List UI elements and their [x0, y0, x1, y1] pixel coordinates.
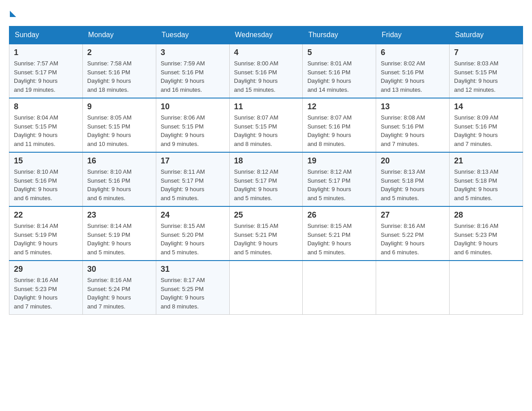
day-info: Sunrise: 8:00 AMSunset: 5:16 PMDaylight:… — [234, 59, 298, 94]
day-number: 3 — [161, 48, 225, 57]
day-number: 18 — [234, 156, 298, 166]
day-info: Sunrise: 8:16 AMSunset: 5:22 PMDaylight:… — [381, 222, 445, 257]
day-number: 11 — [234, 102, 298, 111]
calendar-cell: 24Sunrise: 8:15 AMSunset: 5:20 PMDayligh… — [156, 206, 229, 261]
week-row-2: 8Sunrise: 8:04 AMSunset: 5:15 PMDaylight… — [9, 98, 523, 152]
calendar-cell: 10Sunrise: 8:06 AMSunset: 5:15 PMDayligh… — [156, 98, 229, 152]
header-monday: Monday — [82, 26, 156, 44]
day-info: Sunrise: 8:03 AMSunset: 5:15 PMDaylight:… — [454, 59, 518, 94]
calendar-table: SundayMondayTuesdayWednesdayThursdayFrid… — [9, 26, 523, 315]
day-info: Sunrise: 8:15 AMSunset: 5:21 PMDaylight:… — [234, 222, 298, 257]
day-number: 29 — [14, 265, 78, 274]
day-info: Sunrise: 8:09 AMSunset: 5:16 PMDaylight:… — [454, 113, 518, 148]
day-number: 26 — [307, 210, 371, 220]
day-number: 7 — [454, 48, 518, 57]
day-info: Sunrise: 8:13 AMSunset: 5:18 PMDaylight:… — [381, 167, 445, 202]
calendar-cell: 8Sunrise: 8:04 AMSunset: 5:15 PMDaylight… — [9, 98, 83, 152]
day-number: 23 — [87, 210, 151, 220]
header-wednesday: Wednesday — [229, 26, 303, 44]
day-number: 30 — [87, 265, 151, 274]
day-info: Sunrise: 8:15 AMSunset: 5:20 PMDaylight:… — [161, 222, 225, 257]
day-number: 16 — [87, 156, 151, 166]
day-number: 31 — [161, 265, 225, 274]
day-info: Sunrise: 8:13 AMSunset: 5:18 PMDaylight:… — [454, 167, 518, 202]
logo — [9, 9, 16, 17]
day-info: Sunrise: 8:06 AMSunset: 5:15 PMDaylight:… — [161, 113, 225, 148]
calendar-cell: 29Sunrise: 8:16 AMSunset: 5:23 PMDayligh… — [9, 261, 83, 315]
day-number: 8 — [14, 102, 78, 111]
day-info: Sunrise: 8:15 AMSunset: 5:21 PMDaylight:… — [307, 222, 371, 257]
header-tuesday: Tuesday — [156, 26, 229, 44]
calendar-cell: 26Sunrise: 8:15 AMSunset: 5:21 PMDayligh… — [303, 206, 376, 261]
calendar-cell — [229, 261, 303, 315]
day-number: 17 — [161, 156, 225, 166]
calendar-cell: 6Sunrise: 8:02 AMSunset: 5:16 PMDaylight… — [376, 44, 450, 98]
calendar-cell: 14Sunrise: 8:09 AMSunset: 5:16 PMDayligh… — [450, 98, 523, 152]
day-info: Sunrise: 8:12 AMSunset: 5:17 PMDaylight:… — [307, 167, 371, 202]
day-number: 14 — [454, 102, 518, 111]
calendar-cell: 15Sunrise: 8:10 AMSunset: 5:16 PMDayligh… — [9, 152, 83, 206]
day-info: Sunrise: 8:10 AMSunset: 5:16 PMDaylight:… — [87, 167, 151, 202]
calendar-cell: 9Sunrise: 8:05 AMSunset: 5:15 PMDaylight… — [82, 98, 156, 152]
day-info: Sunrise: 8:16 AMSunset: 5:23 PMDaylight:… — [14, 276, 78, 311]
calendar-cell — [450, 261, 523, 315]
day-number: 25 — [234, 210, 298, 220]
day-number: 21 — [454, 156, 518, 166]
calendar-cell: 7Sunrise: 8:03 AMSunset: 5:15 PMDaylight… — [450, 44, 523, 98]
header-sunday: Sunday — [9, 26, 83, 44]
calendar-cell: 16Sunrise: 8:10 AMSunset: 5:16 PMDayligh… — [82, 152, 156, 206]
calendar-cell: 11Sunrise: 8:07 AMSunset: 5:15 PMDayligh… — [229, 98, 303, 152]
day-info: Sunrise: 8:16 AMSunset: 5:24 PMDaylight:… — [87, 276, 151, 311]
day-info: Sunrise: 8:05 AMSunset: 5:15 PMDaylight:… — [87, 113, 151, 148]
day-number: 12 — [307, 102, 371, 111]
calendar-cell: 12Sunrise: 8:07 AMSunset: 5:16 PMDayligh… — [303, 98, 376, 152]
calendar-cell: 22Sunrise: 8:14 AMSunset: 5:19 PMDayligh… — [9, 206, 83, 261]
calendar-cell: 19Sunrise: 8:12 AMSunset: 5:17 PMDayligh… — [303, 152, 376, 206]
header-saturday: Saturday — [450, 26, 523, 44]
day-info: Sunrise: 8:07 AMSunset: 5:15 PMDaylight:… — [234, 113, 298, 148]
page-header — [9, 9, 523, 17]
weekday-header-row: SundayMondayTuesdayWednesdayThursdayFrid… — [9, 26, 523, 44]
calendar-cell: 4Sunrise: 8:00 AMSunset: 5:16 PMDaylight… — [229, 44, 303, 98]
day-info: Sunrise: 7:59 AMSunset: 5:16 PMDaylight:… — [161, 59, 225, 94]
week-row-3: 15Sunrise: 8:10 AMSunset: 5:16 PMDayligh… — [9, 152, 523, 206]
day-number: 5 — [307, 48, 371, 57]
day-number: 15 — [14, 156, 78, 166]
day-number: 19 — [307, 156, 371, 166]
day-info: Sunrise: 8:14 AMSunset: 5:19 PMDaylight:… — [87, 222, 151, 257]
day-info: Sunrise: 8:07 AMSunset: 5:16 PMDaylight:… — [307, 113, 371, 148]
calendar-cell: 20Sunrise: 8:13 AMSunset: 5:18 PMDayligh… — [376, 152, 450, 206]
day-number: 22 — [14, 210, 78, 220]
day-info: Sunrise: 7:57 AMSunset: 5:17 PMDaylight:… — [14, 59, 78, 94]
day-info: Sunrise: 8:01 AMSunset: 5:16 PMDaylight:… — [307, 59, 371, 94]
calendar-cell: 2Sunrise: 7:58 AMSunset: 5:16 PMDaylight… — [82, 44, 156, 98]
calendar-cell: 1Sunrise: 7:57 AMSunset: 5:17 PMDaylight… — [9, 44, 83, 98]
day-number: 4 — [234, 48, 298, 57]
calendar-cell: 17Sunrise: 8:11 AMSunset: 5:17 PMDayligh… — [156, 152, 229, 206]
calendar-cell: 27Sunrise: 8:16 AMSunset: 5:22 PMDayligh… — [376, 206, 450, 261]
day-info: Sunrise: 8:02 AMSunset: 5:16 PMDaylight:… — [381, 59, 445, 94]
week-row-5: 29Sunrise: 8:16 AMSunset: 5:23 PMDayligh… — [9, 261, 523, 315]
day-info: Sunrise: 7:58 AMSunset: 5:16 PMDaylight:… — [87, 59, 151, 94]
calendar-cell — [303, 261, 376, 315]
day-number: 27 — [381, 210, 445, 220]
calendar-cell — [376, 261, 450, 315]
day-number: 1 — [14, 48, 78, 57]
day-info: Sunrise: 8:14 AMSunset: 5:19 PMDaylight:… — [14, 222, 78, 257]
calendar-cell: 18Sunrise: 8:12 AMSunset: 5:17 PMDayligh… — [229, 152, 303, 206]
calendar-cell: 31Sunrise: 8:17 AMSunset: 5:25 PMDayligh… — [156, 261, 229, 315]
calendar-cell: 13Sunrise: 8:08 AMSunset: 5:16 PMDayligh… — [376, 98, 450, 152]
day-info: Sunrise: 8:11 AMSunset: 5:17 PMDaylight:… — [161, 167, 225, 202]
logo-arrow-icon — [10, 11, 16, 17]
calendar-cell: 3Sunrise: 7:59 AMSunset: 5:16 PMDaylight… — [156, 44, 229, 98]
header-friday: Friday — [376, 26, 450, 44]
calendar-cell: 30Sunrise: 8:16 AMSunset: 5:24 PMDayligh… — [82, 261, 156, 315]
day-info: Sunrise: 8:16 AMSunset: 5:23 PMDaylight:… — [454, 222, 518, 257]
week-row-4: 22Sunrise: 8:14 AMSunset: 5:19 PMDayligh… — [9, 206, 523, 261]
day-number: 10 — [161, 102, 225, 111]
calendar-cell: 23Sunrise: 8:14 AMSunset: 5:19 PMDayligh… — [82, 206, 156, 261]
header-thursday: Thursday — [303, 26, 376, 44]
day-info: Sunrise: 8:04 AMSunset: 5:15 PMDaylight:… — [14, 113, 78, 148]
day-number: 2 — [87, 48, 151, 57]
day-info: Sunrise: 8:08 AMSunset: 5:16 PMDaylight:… — [381, 113, 445, 148]
